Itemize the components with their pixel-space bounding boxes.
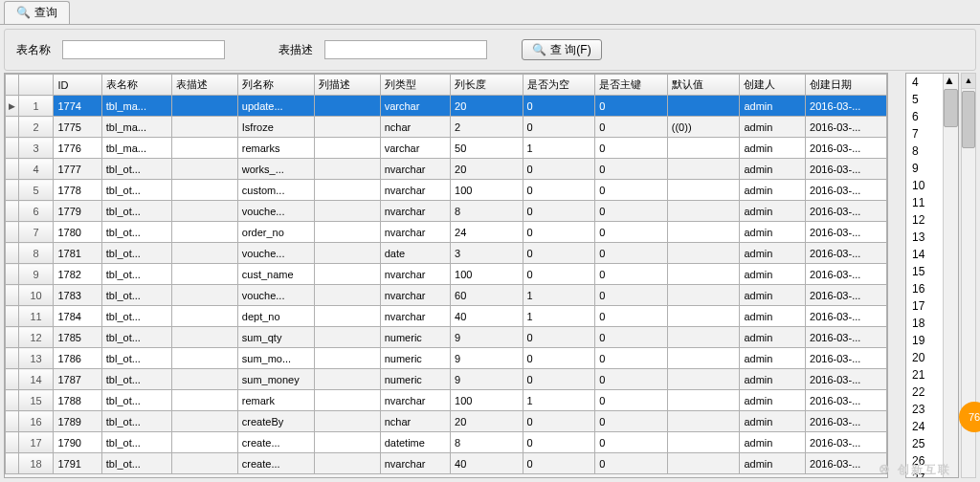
- cell-cd[interactable]: [314, 369, 380, 390]
- cell-def[interactable]: [667, 390, 740, 411]
- cell-cr[interactable]: admin: [740, 138, 806, 159]
- cell-n[interactable]: 2: [18, 117, 54, 138]
- cell-td[interactable]: [172, 201, 238, 222]
- cell-pk[interactable]: 0: [595, 369, 668, 390]
- cell-ind[interactable]: [6, 327, 19, 348]
- table-row[interactable]: 181791tbl_ot...create...nvarchar4000admi…: [6, 453, 887, 474]
- table-row[interactable]: 81781tbl_ot...vouche...date300admin2016-…: [6, 243, 887, 264]
- cell-cd[interactable]: [314, 390, 380, 411]
- cell-pk[interactable]: 0: [595, 264, 668, 285]
- cell-ind[interactable]: [6, 138, 19, 159]
- cell-def[interactable]: [667, 285, 740, 306]
- cell-ind[interactable]: [6, 453, 19, 474]
- cell-td[interactable]: [172, 390, 238, 411]
- cell-ind[interactable]: [6, 117, 19, 138]
- cell-cr[interactable]: admin: [740, 306, 806, 327]
- cell-dt[interactable]: 2016-03-...: [806, 222, 887, 243]
- cell-n[interactable]: 13: [18, 348, 54, 369]
- cell-null[interactable]: 0: [523, 411, 595, 432]
- cell-cn[interactable]: works_...: [237, 159, 314, 180]
- cell-td[interactable]: [172, 243, 238, 264]
- cell-pk[interactable]: 0: [595, 411, 668, 432]
- cell-td[interactable]: [172, 138, 238, 159]
- cell-def[interactable]: [667, 348, 740, 369]
- cell-cd[interactable]: [314, 180, 380, 201]
- cell-n[interactable]: 7: [18, 222, 54, 243]
- cell-tbl[interactable]: tbl_ot...: [101, 285, 171, 306]
- cell-dt[interactable]: 2016-03-...: [806, 159, 887, 180]
- cell-pk[interactable]: 0: [595, 327, 668, 348]
- cell-def[interactable]: [667, 243, 740, 264]
- column-header[interactable]: 默认值: [667, 75, 740, 96]
- cell-ct[interactable]: datetime: [380, 432, 450, 453]
- cell-cr[interactable]: admin: [740, 117, 806, 138]
- cell-td[interactable]: [172, 285, 238, 306]
- cell-def[interactable]: [667, 180, 740, 201]
- column-header[interactable]: 列名称: [237, 75, 314, 96]
- cell-id[interactable]: 1791: [54, 453, 101, 474]
- column-header[interactable]: 表描述: [172, 75, 238, 96]
- cell-n[interactable]: 11: [18, 306, 54, 327]
- cell-cr[interactable]: admin: [740, 369, 806, 390]
- cell-ct[interactable]: nvarchar: [380, 201, 450, 222]
- cell-id[interactable]: 1774: [54, 96, 101, 117]
- cell-ct[interactable]: numeric: [380, 369, 450, 390]
- cell-cn[interactable]: createBy: [237, 411, 314, 432]
- cell-len[interactable]: 9: [451, 348, 523, 369]
- cell-tbl[interactable]: tbl_ot...: [101, 411, 171, 432]
- cell-cn[interactable]: create...: [237, 453, 314, 474]
- cell-len[interactable]: 40: [451, 306, 523, 327]
- cell-tbl[interactable]: tbl_ma...: [101, 96, 171, 117]
- cell-len[interactable]: 9: [451, 369, 523, 390]
- cell-dt[interactable]: 2016-03-...: [806, 390, 887, 411]
- cell-id[interactable]: 1776: [54, 138, 101, 159]
- cell-tbl[interactable]: tbl_ot...: [101, 348, 171, 369]
- header-row[interactable]: ID表名称表描述列名称列描述列类型列长度是否为空是否主键默认值创建人创建日期: [6, 75, 887, 96]
- cell-n[interactable]: 12: [18, 327, 54, 348]
- cell-id[interactable]: 1781: [54, 243, 101, 264]
- cell-pk[interactable]: 0: [595, 222, 668, 243]
- cell-def[interactable]: [667, 432, 740, 453]
- cell-ct[interactable]: varchar: [380, 96, 450, 117]
- cell-def[interactable]: [667, 264, 740, 285]
- cell-cr[interactable]: admin: [740, 222, 806, 243]
- cell-cn[interactable]: cust_name: [237, 264, 314, 285]
- cell-td[interactable]: [172, 369, 238, 390]
- cell-tbl[interactable]: tbl_ot...: [101, 390, 171, 411]
- column-header[interactable]: 列长度: [451, 75, 523, 96]
- cell-ind[interactable]: [6, 411, 19, 432]
- cell-ct[interactable]: numeric: [380, 327, 450, 348]
- cell-null[interactable]: 0: [523, 159, 595, 180]
- column-header[interactable]: [6, 75, 19, 96]
- cell-cr[interactable]: admin: [740, 390, 806, 411]
- cell-cn[interactable]: Isfroze: [237, 117, 314, 138]
- column-header[interactable]: ID: [54, 75, 101, 96]
- cell-td[interactable]: [172, 159, 238, 180]
- cell-null[interactable]: 0: [523, 96, 595, 117]
- table-row[interactable]: 41777tbl_ot...works_...nvarchar2000admin…: [6, 159, 887, 180]
- cell-pk[interactable]: 0: [595, 285, 668, 306]
- cell-tbl[interactable]: tbl_ot...: [101, 201, 171, 222]
- table-row[interactable]: 151788tbl_ot...remarknvarchar10010admin2…: [6, 390, 887, 411]
- cell-cn[interactable]: remarks: [237, 138, 314, 159]
- cell-len[interactable]: 8: [451, 201, 523, 222]
- cell-len[interactable]: 20: [451, 96, 523, 117]
- cell-td[interactable]: [172, 432, 238, 453]
- cell-tbl[interactable]: tbl_ot...: [101, 243, 171, 264]
- cell-ind[interactable]: [6, 159, 19, 180]
- cell-len[interactable]: 40: [451, 453, 523, 474]
- cell-null[interactable]: 0: [523, 201, 595, 222]
- cell-n[interactable]: 10: [18, 285, 54, 306]
- cell-ct[interactable]: nchar: [380, 411, 450, 432]
- cell-cr[interactable]: admin: [740, 201, 806, 222]
- scroll-thumb[interactable]: [944, 89, 958, 127]
- query-button[interactable]: 🔍查 询(F): [522, 39, 602, 60]
- table-row[interactable]: 121785tbl_ot...sum_qtynumeric900admin201…: [6, 327, 887, 348]
- cell-cd[interactable]: [314, 138, 380, 159]
- cell-null[interactable]: 1: [523, 306, 595, 327]
- column-header[interactable]: 创建人: [740, 75, 806, 96]
- column-header[interactable]: 是否主键: [595, 75, 668, 96]
- cell-null[interactable]: 0: [523, 180, 595, 201]
- cell-ct[interactable]: nvarchar: [380, 180, 450, 201]
- cell-pk[interactable]: 0: [595, 432, 668, 453]
